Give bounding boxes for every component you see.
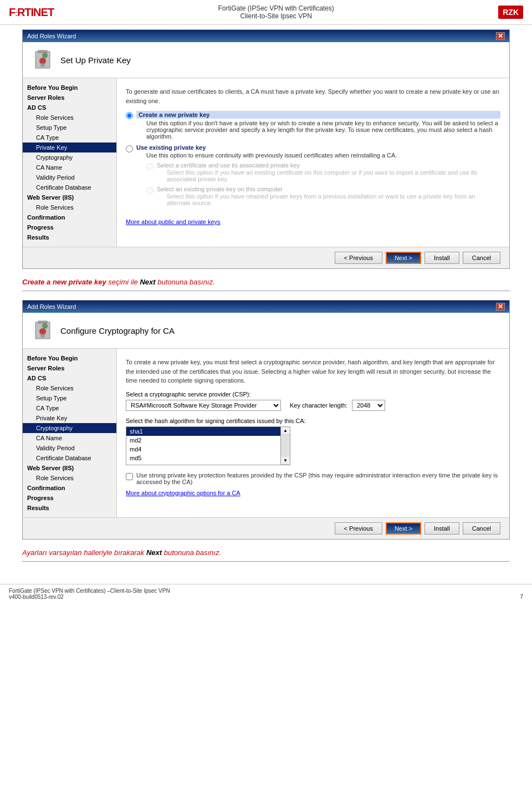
wizard1-icon bbox=[32, 49, 54, 71]
caption2-divider bbox=[22, 561, 510, 562]
option2-desc: Use this option to ensure continuity wit… bbox=[146, 152, 500, 159]
wizard2-description: To create a new private key, you must fi… bbox=[126, 358, 500, 385]
wizard1-body: Before You Begin Server Roles AD CS Role… bbox=[23, 78, 509, 247]
nav-web-server-iis-1[interactable]: Web Server (IIS) bbox=[23, 192, 116, 202]
wizard2-install-button[interactable]: Install bbox=[424, 522, 459, 535]
wizard1-heading: Set Up Private Key bbox=[60, 55, 131, 65]
nav2-confirmation[interactable]: Confirmation bbox=[23, 483, 116, 493]
hash-listbox[interactable]: sha1 md2 md4 md5 bbox=[126, 426, 281, 465]
nav2-role-services-2[interactable]: Role Services bbox=[23, 473, 116, 483]
nav2-results[interactable]: Results bbox=[23, 503, 116, 513]
scroll-down-arrow[interactable]: ▼ bbox=[281, 457, 290, 465]
nav-ca-name-1[interactable]: CA Name bbox=[23, 162, 116, 172]
hash-item-md5[interactable]: md5 bbox=[126, 454, 280, 462]
caption1-divider bbox=[22, 291, 510, 291]
key-length-label: Key character length: bbox=[290, 402, 347, 409]
option2-radio[interactable] bbox=[126, 145, 133, 152]
wizard1-description: To generate and issue certificates to cl… bbox=[126, 87, 500, 105]
nav2-private-key[interactable]: Private Key bbox=[23, 413, 116, 423]
main-section: Add Roles Wizard ✕ Set Up Private Key Be… bbox=[0, 25, 532, 584]
nav-cryptography-1[interactable]: Cryptography bbox=[23, 152, 116, 162]
wizard2-heading: Configure Cryptography for CA bbox=[60, 326, 175, 335]
more-about-keys-link[interactable]: More about public and private keys bbox=[126, 218, 221, 225]
caption2: Ayarları varsayılan halleriyle bırakarak… bbox=[22, 548, 510, 557]
wizard1-cancel-button[interactable]: Cancel bbox=[463, 252, 500, 264]
nav-role-services-1[interactable]: Role Services bbox=[23, 113, 116, 123]
suboption2-radio[interactable] bbox=[146, 187, 154, 194]
hash-scrollbar[interactable]: ▲ ▼ bbox=[281, 426, 290, 465]
wizard2-footer: < Previous Next > Install Cancel bbox=[23, 517, 509, 539]
wizard2-body: Before You Begin Server Roles AD CS Role… bbox=[23, 349, 509, 517]
wizard1-install-button[interactable]: Install bbox=[424, 252, 459, 264]
wizard1-header: Set Up Private Key bbox=[23, 42, 509, 78]
header-badge: RZK bbox=[498, 6, 523, 19]
wizard1-prev-button[interactable]: < Previous bbox=[335, 252, 382, 264]
nav-progress-1[interactable]: Progress bbox=[23, 222, 116, 232]
nav2-server-roles[interactable]: Server Roles bbox=[23, 363, 116, 373]
strong-key-checkbox[interactable] bbox=[126, 473, 133, 480]
hash-item-md4[interactable]: md4 bbox=[126, 445, 280, 454]
wizard2-close-button[interactable]: ✕ bbox=[496, 303, 505, 311]
nav2-progress[interactable]: Progress bbox=[23, 493, 116, 503]
fortinet-logo: F:RTINET bbox=[9, 6, 54, 19]
nav-private-key[interactable]: Private Key bbox=[23, 143, 116, 152]
nav2-before-you-begin[interactable]: Before You Begin bbox=[23, 353, 116, 363]
strong-key-checkbox-row: Use strong private key protection featur… bbox=[126, 472, 500, 485]
wizard2-dialog: Add Roles Wizard ✕ Configure Cryptograph… bbox=[22, 300, 510, 540]
caption1: Create a new private key seçimi ile Next… bbox=[22, 278, 510, 286]
more-about-crypto-link[interactable]: More about cryptographic options for a C… bbox=[126, 490, 241, 496]
csp-select[interactable]: RSA#Microsoft Software Key Storage Provi… bbox=[126, 400, 281, 411]
nav2-setup-type[interactable]: Setup Type bbox=[23, 393, 116, 403]
suboption2-desc: Select this option if you have retained … bbox=[167, 193, 500, 206]
key-length-select[interactable]: 2048 bbox=[352, 400, 385, 411]
wizard2-next-button[interactable]: Next > bbox=[386, 522, 421, 535]
nav-role-services-2[interactable]: Role Services bbox=[23, 202, 116, 212]
nav2-validity-period[interactable]: Validity Period bbox=[23, 443, 116, 453]
option1-desc: Use this option if you don't have a priv… bbox=[146, 120, 500, 140]
hash-item-sha1[interactable]: sha1 bbox=[126, 427, 280, 436]
option2-container: Use existing private key Use this option… bbox=[126, 144, 500, 210]
suboption1-label: Select a certificate and use its associa… bbox=[157, 162, 500, 169]
nav-before-you-begin[interactable]: Before You Begin bbox=[23, 83, 116, 93]
wizard2-content: To create a new private key, you must fi… bbox=[117, 349, 509, 517]
wizard2-icon bbox=[32, 319, 54, 342]
nav-cert-database-1[interactable]: Certificate Database bbox=[23, 182, 116, 192]
hash-section: Select the hash algorithm for signing ce… bbox=[126, 418, 500, 465]
nav2-ca-name[interactable]: CA Name bbox=[23, 433, 116, 443]
wizard2-title: Add Roles Wizard bbox=[27, 303, 76, 310]
suboption2-container: Select an existing private key on this c… bbox=[146, 186, 500, 206]
nav-server-roles[interactable]: Server Roles bbox=[23, 93, 116, 103]
wizard2-prev-button[interactable]: < Previous bbox=[335, 522, 382, 535]
nav2-ad-cs[interactable]: AD CS bbox=[23, 373, 116, 383]
wizard1-next-button[interactable]: Next > bbox=[386, 252, 421, 264]
option1-label[interactable]: Create a new private key bbox=[136, 111, 500, 119]
suboption1-desc: Select this option if you have an existi… bbox=[167, 169, 500, 182]
wizard1-close-button[interactable]: ✕ bbox=[496, 32, 505, 40]
nav-setup-type[interactable]: Setup Type bbox=[23, 123, 116, 133]
nav2-cryptography[interactable]: Cryptography bbox=[23, 423, 116, 433]
nav-ca-type[interactable]: CA Type bbox=[23, 133, 116, 143]
wizard2-titlebar: Add Roles Wizard ✕ bbox=[23, 301, 509, 313]
option2-label[interactable]: Use existing private key bbox=[136, 144, 500, 151]
wizard1-dialog: Add Roles Wizard ✕ Set Up Private Key Be… bbox=[22, 29, 510, 269]
nav-ad-cs[interactable]: AD CS bbox=[23, 103, 116, 113]
hash-listbox-wrapper: sha1 md2 md4 md5 ▲ ▼ bbox=[126, 426, 500, 465]
suboption1-radio[interactable] bbox=[146, 163, 154, 170]
nav-confirmation-1[interactable]: Confirmation bbox=[23, 212, 116, 222]
nav2-web-server-iis[interactable]: Web Server (IIS) bbox=[23, 463, 116, 473]
header-title: FortiGate (IPSec VPN with Certificates) … bbox=[54, 4, 498, 20]
nav2-cert-database[interactable]: Certificate Database bbox=[23, 453, 116, 463]
footer-page-num: 7 bbox=[520, 594, 523, 600]
option1-radio[interactable] bbox=[126, 112, 133, 119]
footer-left: FortiGate (IPSec VPN with Certificates) … bbox=[9, 588, 170, 600]
nav-results-1[interactable]: Results bbox=[23, 232, 116, 242]
csp-label: Select a cryptographic service provider … bbox=[126, 391, 500, 398]
nav2-role-services-1[interactable]: Role Services bbox=[23, 383, 116, 393]
svg-rect-1 bbox=[38, 50, 47, 53]
sub-options-container: Select a certificate and use its associa… bbox=[146, 162, 500, 206]
hash-item-md2[interactable]: md2 bbox=[126, 436, 280, 445]
nav-validity-period-1[interactable]: Validity Period bbox=[23, 172, 116, 182]
scroll-up-arrow[interactable]: ▲ bbox=[281, 427, 290, 435]
wizard2-cancel-button[interactable]: Cancel bbox=[463, 522, 500, 535]
nav2-ca-type[interactable]: CA Type bbox=[23, 403, 116, 413]
